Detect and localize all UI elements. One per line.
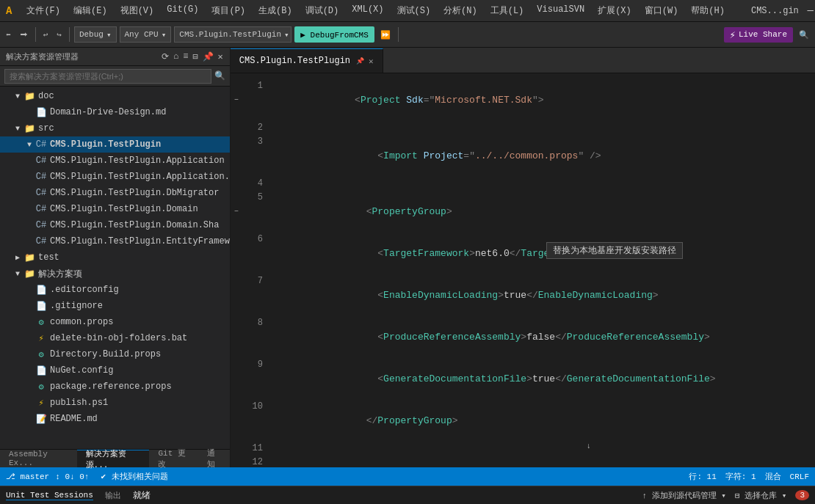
annotation-tooltip: 替换为本地基座开发版安装路径 (546, 242, 683, 259)
tree-arrow-testplugin[interactable]: ▼ (23, 141, 35, 149)
status-encoding[interactable]: 混合 (765, 471, 781, 482)
live-share-button[interactable]: ⚡ Live Share (724, 27, 793, 43)
tree-item-domain[interactable]: C# CMS.Plugin.TestPlugin.Domain (0, 201, 230, 217)
menu-debug[interactable]: 调试(D) (300, 3, 345, 18)
code-line-3: 3 <Import Project="../../common.props" /… (231, 135, 815, 177)
code-line-1: − 1 <Project Sdk="Microsoft.NET.Sdk"> (231, 79, 815, 121)
sidebar-pin-icon[interactable]: 📌 (202, 51, 214, 63)
tree-arrow-src[interactable]: ▼ (12, 125, 23, 133)
menu-build[interactable]: 生成(B) (253, 3, 298, 18)
tree-arrow-solution[interactable]: ▼ (12, 270, 23, 278)
bottom-tab-output[interactable]: 输出 (105, 490, 121, 501)
add-source-button[interactable]: ↑ 添加到源代码管理 ▾ (642, 490, 725, 501)
status-git[interactable]: ⎇ master (6, 472, 49, 481)
tree-item-app[interactable]: C# CMS.Plugin.TestPlugin.Application (0, 153, 230, 169)
sidebar-collapse-icon[interactable]: ⊟ (192, 51, 198, 63)
sidebar-tab-notify[interactable]: 通知 (198, 450, 230, 467)
sidebar-title: 解决方案资源管理器 (6, 51, 161, 62)
sidebar-sync-icon[interactable]: ⟳ (161, 51, 170, 63)
notification-badge[interactable]: 3 (795, 490, 809, 500)
menu-help[interactable]: 帮助(H) (685, 3, 731, 18)
toolbar-search[interactable]: 🔍 (796, 26, 812, 43)
status-line-ending[interactable]: CRLF (790, 472, 809, 481)
file-icon-bat: ⚡ (35, 333, 47, 344)
tab-label: CMS.Plugin.TestPlugin (239, 56, 350, 66)
toolbar-forward[interactable]: ⮕ (17, 26, 31, 43)
status-row[interactable]: 行: 11 (689, 471, 716, 482)
app-icon: A (6, 5, 12, 17)
status-ok-icon: ✔ (101, 472, 106, 481)
status-push-pull[interactable]: ↕ 0↓ 0↑ (55, 472, 89, 481)
sidebar-tab-git[interactable]: Git 更改 (149, 450, 198, 467)
tree-item-solution-items[interactable]: ▼ 📁 解决方案项 (0, 266, 230, 282)
tree-item-domain-sha[interactable]: C# CMS.Plugin.TestPlugin.Domain.Sha (0, 217, 230, 233)
tree-item-gitignore[interactable]: 📄 .gitignore (0, 298, 230, 314)
tree-item-doc[interactable]: ▼ 📁 doc (0, 88, 230, 104)
toolbar-undo[interactable]: ↩ (40, 26, 51, 43)
select-repo-button[interactable]: ⊟ 选择仓库 ▾ (735, 490, 786, 501)
menu-test[interactable]: 测试(S) (391, 3, 437, 18)
tree-item-dbmigrator[interactable]: C# CMS.Plugin.TestPlugin.DbMigrator (0, 185, 230, 201)
tree-item-domain-drive[interactable]: 📄 Domain-Drive-Design.md (0, 104, 230, 120)
search-icon[interactable]: 🔍 (214, 70, 225, 81)
tree-item-app2[interactable]: C# CMS.Plugin.TestPlugin.Application. (0, 169, 230, 185)
menu-project[interactable]: 项目(P) (206, 3, 251, 18)
sidebar-filter-icon[interactable]: ≡ (182, 51, 189, 63)
sidebar-close-icon[interactable]: ✕ (217, 51, 224, 63)
search-bar: 🔍 (0, 66, 230, 87)
menu-bar[interactable]: 文件(F) 编辑(E) 视图(V) Git(G) 项目(P) 生成(B) 调试(… (21, 3, 731, 18)
code-line-6: 6 <TargetFramework>net6.0</TargetFramewo… (231, 233, 815, 274)
run-button[interactable]: ▶ DebugFromCMS (294, 26, 374, 43)
code-content[interactable]: 替换为本地基座开发版安装路径 − 1 <Project Sdk="Microso… (231, 73, 815, 467)
menu-git[interactable]: Git(G) (161, 3, 204, 18)
window-controls[interactable]: ─ □ ✕ (805, 5, 815, 17)
menu-tools[interactable]: 工具(L) (485, 3, 530, 18)
minimize-button[interactable]: ─ (805, 5, 815, 17)
tree-arrow-doc[interactable]: ▼ (12, 92, 23, 101)
menu-visualsvn[interactable]: VisualSVN (531, 3, 590, 18)
toolbar-back[interactable]: ⬅ (3, 26, 14, 43)
tab-cmsplugintestplugin[interactable]: CMS.Plugin.TestPlugin 📌 ✕ (231, 48, 383, 73)
cs-icon-7: C# (35, 236, 47, 246)
tab-close-button[interactable]: ✕ (369, 56, 374, 66)
tree-item-editorconfig[interactable]: 📄 .editorconfig (0, 282, 230, 298)
tree-item-common-props[interactable]: ⚙ common.props (0, 314, 230, 330)
tree-item-nuget[interactable]: 📄 NuGet.config (0, 362, 230, 379)
step-over[interactable]: ⏩ (377, 26, 394, 43)
menu-analyze[interactable]: 分析(N) (438, 3, 483, 18)
search-input[interactable] (4, 69, 211, 84)
editor-area: CMS.Plugin.TestPlugin 📌 ✕ ⋯ ⚙ ⊞ 替换为本地基座开… (231, 48, 815, 467)
tree-item-publish[interactable]: ⚡ publish.ps1 (0, 395, 230, 411)
tree-item-delete-bat[interactable]: ⚡ delete-bin-obj-folders.bat (0, 330, 230, 346)
status-error-text[interactable]: 未找到相关问题 (112, 471, 168, 482)
sidebar-header-icons[interactable]: ⟳ ⌂ ≡ ⊟ 📌 ✕ (161, 51, 224, 63)
tree-arrow-test[interactable]: ▶ (12, 253, 23, 262)
menu-extensions[interactable]: 扩展(X) (592, 3, 637, 18)
code-line-11: 11 (231, 442, 815, 456)
sidebar-home-icon[interactable]: ⌂ (173, 51, 179, 63)
tree-item-directory-build-props[interactable]: ⚙ Directory.Build.props (0, 346, 230, 362)
debug-mode-dropdown[interactable]: Debug ▾ (74, 26, 117, 43)
menu-edit[interactable]: 编辑(E) (68, 3, 113, 18)
menu-window[interactable]: 窗口(W) (639, 3, 684, 18)
menu-xml[interactable]: XML(X) (346, 3, 389, 18)
tree-item-readme[interactable]: 📝 README.md (0, 411, 230, 427)
tree-item-src[interactable]: ▼ 📁 src (0, 120, 230, 136)
toolbar-redo[interactable]: ↪ (54, 26, 65, 43)
menu-file[interactable]: 文件(F) (21, 3, 66, 18)
tab-pin-icon: 📌 (356, 57, 364, 65)
status-col[interactable]: 字符: 1 (725, 471, 756, 482)
sidebar-tab-solution[interactable]: 解决方案资源... (77, 450, 150, 467)
tree-item-pkg-ref-props[interactable]: ⚙ package.reference.props (0, 379, 230, 395)
sidebar-tab-assembly[interactable]: Assembly Ex... (0, 450, 77, 467)
tree-item-test[interactable]: ▶ 📁 test (0, 249, 230, 266)
file-icon-nuget: 📄 (35, 365, 47, 376)
menu-view[interactable]: 视图(V) (115, 3, 160, 18)
tree-item-ef[interactable]: C# CMS.Plugin.TestPlugin.EntityFramew (0, 233, 230, 249)
bottom-panel: Unit Test Sessions 输出 就绪 ↑ 添加到源代码管理 ▾ ⊟ … (0, 486, 815, 504)
tree-item-testplugin[interactable]: ▼ C# CMS.Plugin.TestPlugin (0, 136, 230, 153)
platform-dropdown[interactable]: Any CPU ▾ (120, 26, 172, 43)
bottom-tab-unit-test[interactable]: Unit Test Sessions (6, 491, 93, 500)
project-dropdown[interactable]: CMS.Plugin.TestPlugin ▾ (174, 26, 291, 43)
sidebar-header: 解决方案资源管理器 ⟳ ⌂ ≡ ⊟ 📌 ✕ (0, 48, 230, 66)
